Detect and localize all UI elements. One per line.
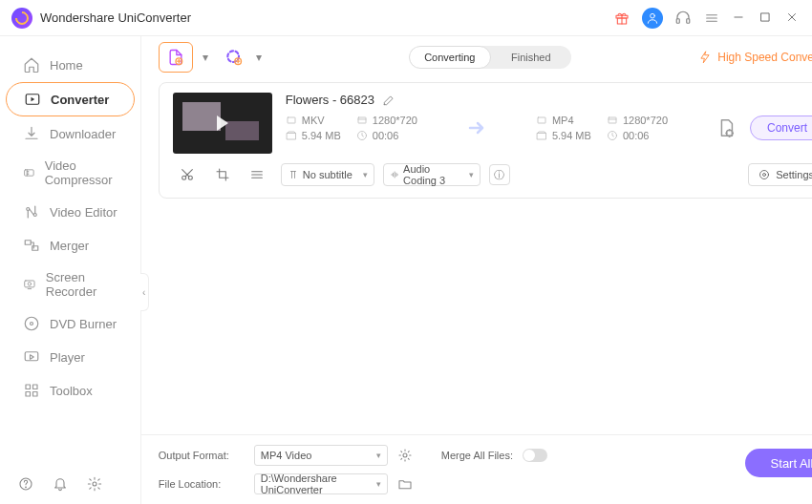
output-format-label: Output Format:	[159, 450, 245, 461]
svg-point-46	[760, 171, 769, 179]
convert-button[interactable]: Convert	[750, 116, 812, 140]
headset-icon[interactable]	[674, 10, 692, 27]
sidebar-label: Toolbox	[50, 384, 93, 398]
settings-gear-icon[interactable]	[86, 475, 103, 493]
output-format-gear-icon[interactable]	[397, 448, 413, 463]
start-all-button[interactable]: Start All	[745, 449, 812, 477]
svg-rect-18	[25, 281, 34, 287]
sidebar-item-compressor[interactable]: Video Compressor	[6, 151, 135, 195]
maximize-button[interactable]	[759, 10, 774, 26]
target-meta: MP4 1280*720 5.94 MB 00:06	[536, 115, 668, 141]
sidebar-label: Screen Recorder	[46, 270, 118, 299]
collapse-sidebar-button[interactable]: ‹	[140, 273, 149, 311]
file-card: ✕ Flowers - 66823 MKV 1280*720	[159, 82, 812, 199]
svg-point-20	[25, 317, 38, 330]
open-folder-icon[interactable]	[397, 476, 413, 492]
file-name: Flowers - 66823	[286, 93, 374, 107]
source-meta: MKV 1280*720 5.94 MB 00:06	[286, 115, 417, 141]
file-location-label: File Location:	[159, 478, 245, 490]
sidebar-label: DVD Burner	[50, 317, 117, 331]
svg-point-2	[651, 13, 655, 18]
minimize-button[interactable]	[732, 10, 747, 26]
svg-rect-37	[609, 117, 616, 123]
video-thumbnail[interactable]	[173, 93, 272, 154]
svg-rect-13	[25, 170, 34, 176]
svg-rect-36	[538, 117, 545, 123]
footer: Output Format: MP4 Video▾ Merge All File…	[141, 434, 812, 504]
svg-rect-26	[33, 392, 38, 397]
svg-point-21	[31, 323, 33, 326]
sidebar-item-editor[interactable]: Video Editor	[6, 196, 135, 228]
audio-dropdown[interactable]: Audio Coding 3▾	[383, 163, 481, 186]
svg-point-47	[403, 453, 407, 457]
svg-rect-34	[358, 117, 366, 123]
output-format-dropdown[interactable]: MP4 Video▾	[254, 445, 388, 466]
sidebar-label: Downloader	[50, 127, 116, 141]
bell-icon[interactable]	[52, 475, 69, 493]
sidebar: Home Converter Downloader Video Compress…	[0, 36, 141, 504]
close-button[interactable]	[785, 10, 801, 26]
svg-point-29	[93, 482, 96, 486]
sidebar-label: Player	[50, 350, 85, 365]
svg-rect-25	[26, 392, 31, 397]
gift-icon[interactable]	[613, 10, 630, 27]
sidebar-item-converter[interactable]: Converter	[6, 82, 135, 116]
svg-rect-23	[26, 385, 31, 389]
svg-rect-4	[687, 18, 690, 23]
app-title: Wondershare UniConverter	[40, 10, 191, 25]
sidebar-item-merger[interactable]: Merger	[6, 229, 135, 262]
sidebar-item-downloader[interactable]: Downloader	[6, 117, 135, 150]
tab-converting[interactable]: Converting	[409, 46, 491, 69]
help-icon[interactable]	[17, 475, 34, 493]
settings-button[interactable]: Settings	[748, 163, 812, 186]
info-icon[interactable]: ⓘ	[489, 164, 510, 185]
hamburger-icon[interactable]	[703, 10, 720, 27]
crop-icon[interactable]	[215, 167, 230, 182]
sidebar-item-recorder[interactable]: Screen Recorder	[6, 262, 135, 306]
subtitle-dropdown[interactable]: No subtitle▾	[281, 163, 374, 186]
sidebar-item-dvd[interactable]: DVD Burner	[6, 307, 135, 340]
merge-label: Merge All Files:	[441, 450, 513, 461]
add-url-dropdown[interactable]: ▾	[256, 51, 266, 64]
svg-rect-33	[288, 117, 295, 123]
file-location-dropdown[interactable]: D:\Wondershare UniConverter▾	[254, 473, 388, 494]
trim-icon[interactable]	[180, 167, 195, 182]
app-logo	[11, 8, 32, 29]
sidebar-item-toolbox[interactable]: Toolbox	[6, 374, 135, 407]
svg-point-31	[227, 51, 239, 62]
sidebar-item-player[interactable]: Player	[6, 341, 135, 373]
svg-point-19	[28, 283, 31, 285]
svg-point-28	[26, 487, 27, 488]
svg-rect-9	[761, 12, 769, 20]
svg-rect-24	[33, 385, 38, 389]
sidebar-label: Merger	[50, 239, 89, 253]
effect-icon[interactable]	[249, 167, 265, 182]
sidebar-label: Video Compressor	[45, 158, 118, 187]
sidebar-label: Video Editor	[50, 205, 118, 220]
svg-rect-3	[676, 18, 679, 23]
arrow-right-icon	[465, 116, 488, 139]
merge-toggle[interactable]	[523, 449, 547, 462]
add-url-button[interactable]	[222, 45, 246, 70]
user-avatar-icon[interactable]	[642, 8, 663, 29]
svg-point-45	[763, 174, 766, 177]
sidebar-item-home[interactable]: Home	[6, 49, 135, 81]
toolbar: ▾ ▾ Converting Finished High Speed Conve…	[141, 36, 812, 78]
add-file-button[interactable]	[159, 42, 193, 73]
titlebar: Wondershare UniConverter	[0, 0, 812, 36]
high-speed-label: High Speed Conversion	[717, 51, 812, 64]
edit-icon[interactable]	[382, 94, 395, 107]
high-speed-toggle[interactable]: High Speed Conversion	[698, 51, 812, 64]
svg-rect-16	[25, 241, 31, 245]
tab-segment: Converting Finished	[409, 46, 571, 69]
sidebar-label: Home	[50, 58, 83, 73]
sidebar-label: Converter	[51, 93, 109, 107]
output-settings-icon[interactable]	[716, 117, 737, 138]
add-file-dropdown[interactable]: ▾	[203, 51, 212, 64]
tab-finished[interactable]: Finished	[491, 46, 571, 69]
